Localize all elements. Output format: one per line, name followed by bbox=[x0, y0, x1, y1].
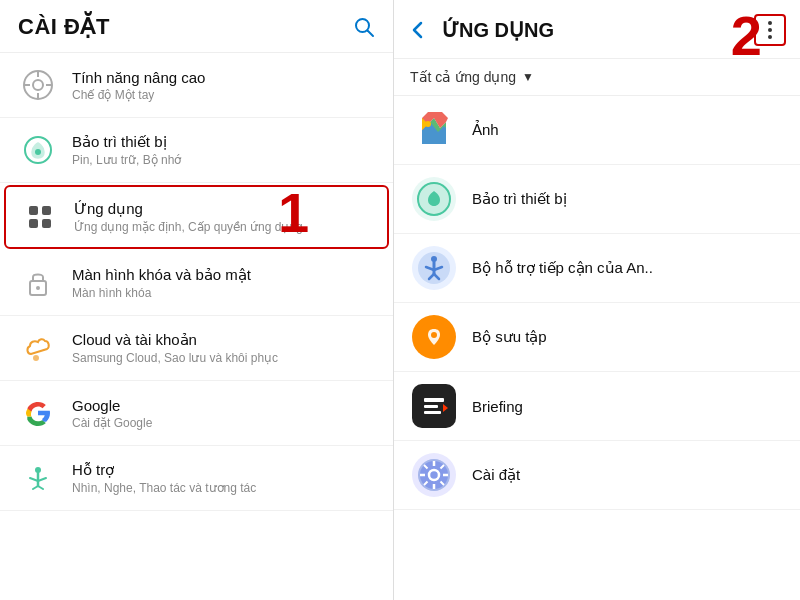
badge-1: 1 bbox=[278, 185, 309, 241]
accessibility-app-icon bbox=[412, 246, 456, 290]
app-item-gallery[interactable]: Bộ sưu tập bbox=[394, 303, 800, 372]
app-list: Ảnh Bảo trì thiết bị bbox=[394, 96, 800, 600]
apps-subtitle: Ứng dụng mặc định, Cấp quyền ứng dụng bbox=[74, 220, 303, 234]
svg-point-3 bbox=[33, 80, 43, 90]
maintenance-subtitle: Pin, Lưu trữ, Bộ nhớ bbox=[72, 153, 181, 167]
gallery-app-icon bbox=[412, 315, 456, 359]
lockscreen-text: Màn hình khóa và bảo mật Màn hình khóa bbox=[72, 266, 251, 300]
left-header: CÀI ĐẶT bbox=[0, 0, 393, 53]
maintenance-title: Bảo trì thiết bị bbox=[72, 133, 181, 151]
cloud-text: Cloud và tài khoản Samsung Cloud, Sao lư… bbox=[72, 331, 278, 365]
device-care-app-icon bbox=[412, 177, 456, 221]
apps-icon bbox=[20, 197, 60, 237]
settings-item-advanced[interactable]: Tính năng nâng cao Chế độ Một tay bbox=[0, 53, 393, 118]
google-text: Google Cài đặt Google bbox=[72, 397, 152, 430]
apps-text: Ứng dụng Ứng dụng mặc định, Cấp quyền ứn… bbox=[74, 200, 303, 234]
filter-arrow-icon: ▼ bbox=[522, 70, 534, 84]
cloud-subtitle: Samsung Cloud, Sao lưu và khôi phục bbox=[72, 351, 278, 365]
search-icon[interactable] bbox=[353, 16, 375, 38]
support-title: Hỗ trợ bbox=[72, 461, 256, 479]
svg-point-23 bbox=[425, 121, 431, 127]
badge-2: 2 bbox=[731, 8, 762, 64]
app-item-photos[interactable]: Ảnh bbox=[394, 96, 800, 165]
settings-app-icon bbox=[412, 453, 456, 497]
right-panel-title: ỨNG DỤNG bbox=[442, 18, 746, 42]
support-subtitle: Nhìn, Nghe, Thao tác và tương tác bbox=[72, 481, 256, 495]
lockscreen-title: Màn hình khóa và bảo mật bbox=[72, 266, 251, 284]
settings-item-maintenance[interactable]: Bảo trì thiết bị Pin, Lưu trữ, Bộ nhớ bbox=[0, 118, 393, 183]
left-panel-title: CÀI ĐẶT bbox=[18, 14, 110, 40]
svg-point-34 bbox=[431, 332, 437, 338]
back-button[interactable] bbox=[408, 20, 428, 40]
maintenance-text: Bảo trì thiết bị Pin, Lưu trữ, Bộ nhớ bbox=[72, 133, 181, 167]
app-item-device-care[interactable]: Bảo trì thiết bị bbox=[394, 165, 800, 234]
app-item-accessibility[interactable]: Bộ hỗ trợ tiếp cận của An.. bbox=[394, 234, 800, 303]
advanced-icon bbox=[18, 65, 58, 105]
svg-rect-36 bbox=[424, 398, 444, 402]
three-dots-icon bbox=[768, 21, 772, 39]
briefing-app-icon bbox=[412, 384, 456, 428]
apps-title: Ứng dụng bbox=[74, 200, 303, 218]
advanced-subtitle: Chế độ Một tay bbox=[72, 88, 205, 102]
advanced-text: Tính năng nâng cao Chế độ Một tay bbox=[72, 69, 205, 102]
settings-list: Tính năng nâng cao Chế độ Một tay Bảo tr… bbox=[0, 53, 393, 600]
svg-rect-37 bbox=[424, 405, 438, 408]
right-panel: 2 ỨNG DỤNG Tất cả ứng dụng ▼ bbox=[394, 0, 800, 600]
svg-point-15 bbox=[36, 286, 40, 290]
photos-app-name: Ảnh bbox=[472, 121, 499, 139]
settings-item-cloud[interactable]: Cloud và tài khoản Samsung Cloud, Sao lư… bbox=[0, 316, 393, 381]
settings-item-lockscreen[interactable]: Màn hình khóa và bảo mật Màn hình khóa bbox=[0, 251, 393, 316]
svg-rect-12 bbox=[29, 219, 38, 228]
svg-rect-10 bbox=[29, 206, 38, 215]
left-panel: CÀI ĐẶT Tính năng nâng cao bbox=[0, 0, 394, 600]
accessibility-app-name: Bộ hỗ trợ tiếp cận của An.. bbox=[472, 259, 653, 277]
google-subtitle: Cài đặt Google bbox=[72, 416, 152, 430]
svg-rect-13 bbox=[42, 219, 51, 228]
svg-point-9 bbox=[35, 149, 41, 155]
app-item-briefing[interactable]: Briefing bbox=[394, 372, 800, 441]
maintenance-icon bbox=[18, 130, 58, 170]
support-icon bbox=[18, 458, 58, 498]
settings-item-google[interactable]: Google Cài đặt Google bbox=[0, 381, 393, 446]
gallery-app-name: Bộ sưu tập bbox=[472, 328, 547, 346]
app-item-settings[interactable]: Cài đặt bbox=[394, 441, 800, 510]
settings-app-name: Cài đặt bbox=[472, 466, 520, 484]
briefing-app-name: Briefing bbox=[472, 398, 523, 415]
svg-point-16 bbox=[33, 355, 39, 361]
device-care-app-name: Bảo trì thiết bị bbox=[472, 190, 567, 208]
svg-line-22 bbox=[38, 486, 43, 489]
filter-label: Tất cả ứng dụng bbox=[410, 69, 516, 85]
svg-rect-38 bbox=[424, 411, 441, 414]
google-title: Google bbox=[72, 397, 152, 414]
support-text: Hỗ trợ Nhìn, Nghe, Thao tác và tương tác bbox=[72, 461, 256, 495]
svg-line-1 bbox=[368, 31, 374, 37]
cloud-title: Cloud và tài khoản bbox=[72, 331, 278, 349]
lockscreen-subtitle: Màn hình khóa bbox=[72, 286, 251, 300]
photos-app-icon bbox=[412, 108, 456, 152]
settings-item-apps[interactable]: Ứng dụng Ứng dụng mặc định, Cấp quyền ứn… bbox=[4, 185, 389, 249]
settings-item-support[interactable]: Hỗ trợ Nhìn, Nghe, Thao tác và tương tác bbox=[0, 446, 393, 511]
svg-rect-11 bbox=[42, 206, 51, 215]
lockscreen-icon bbox=[18, 263, 58, 303]
advanced-title: Tính năng nâng cao bbox=[72, 69, 205, 86]
cloud-icon bbox=[18, 328, 58, 368]
google-icon bbox=[18, 393, 58, 433]
